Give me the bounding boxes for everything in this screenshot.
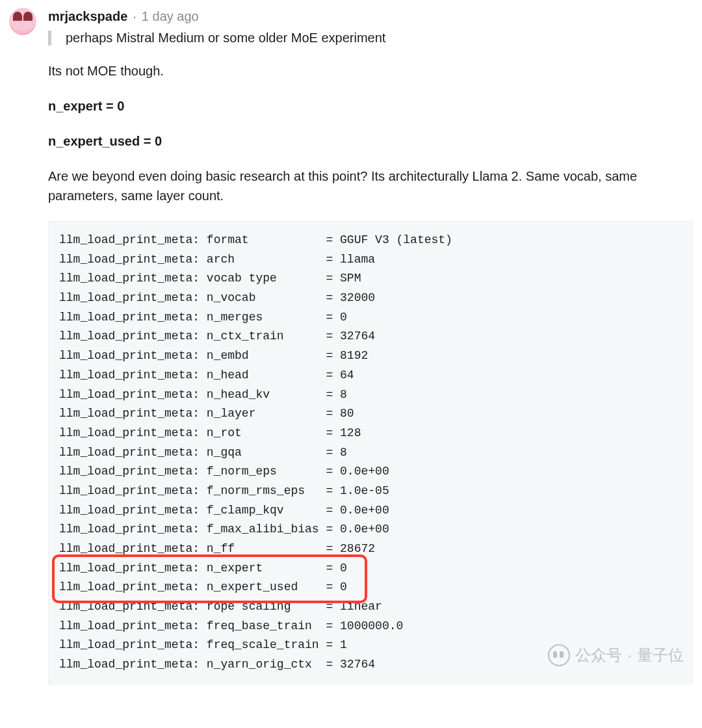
code-block-wrapper: llm_load_print_meta: format = GGUF V3 (l… [48, 221, 693, 684]
n-expert-line: n_expert = 0 [48, 96, 693, 116]
comment: mrjackspade · 1 day ago perhaps Mistral … [0, 0, 702, 690]
quote-content: perhaps Mistral Medium or some older MoE… [66, 31, 385, 45]
comment-body: mrjackspade · 1 day ago perhaps Mistral … [48, 5, 693, 684]
body-paragraph: Are we beyond even doing basic research … [48, 166, 693, 205]
meta-separator: · [133, 9, 136, 24]
author-link[interactable]: mrjackspade [48, 9, 127, 24]
avatar[interactable] [9, 8, 36, 35]
n-expert-used-line: n_expert_used = 0 [48, 131, 693, 151]
comment-meta: mrjackspade · 1 day ago [48, 9, 693, 24]
body-paragraph: Its not MOE though. [48, 61, 693, 81]
code-block: llm_load_print_meta: format = GGUF V3 (l… [48, 221, 693, 684]
quoted-text: perhaps Mistral Medium or some older MoE… [48, 31, 693, 46]
timestamp: 1 day ago [142, 9, 199, 24]
